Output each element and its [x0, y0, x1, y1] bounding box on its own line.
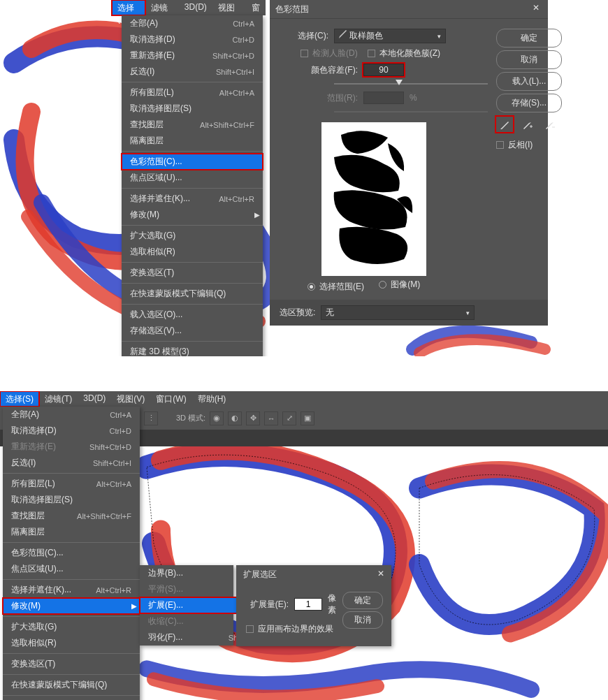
- menu-item[interactable]: 新建 3D 模型(3): [122, 344, 263, 356]
- menu-item[interactable]: 重新选择(E)Shift+Ctrl+D: [3, 439, 140, 455]
- eyedropper-icon[interactable]: [496, 117, 513, 132]
- menu-item[interactable]: 变换选区(T): [122, 265, 263, 281]
- menu-item[interactable]: 选取相似(R): [122, 244, 263, 260]
- select-label: 选择(C):: [280, 30, 328, 42]
- expand-dialog: 扩展选区 ✕ 扩展量(E): 像素 应用画布边界的效果 确定 取消: [236, 565, 391, 646]
- ok-button[interactable]: 确定: [342, 592, 383, 609]
- menu-item[interactable]: 修改(M)▶: [122, 207, 263, 223]
- menu-item[interactable]: 隔离图层: [3, 524, 140, 540]
- menu-item[interactable]: 取消选择(D)Ctrl+D: [3, 423, 140, 439]
- detect-faces-checkbox[interactable]: 检测人脸(D): [301, 48, 358, 59]
- fuzziness-slider[interactable]: [334, 79, 488, 89]
- menu-item[interactable]: 取消选择图层(S): [3, 492, 140, 508]
- amount-input[interactable]: [294, 598, 322, 611]
- ok-button[interactable]: 确定: [496, 29, 562, 48]
- menu-item[interactable]: 色彩范围(C)...: [122, 154, 263, 170]
- menu-帮助(H)[interactable]: 帮助(H): [192, 391, 232, 407]
- save-button[interactable]: 存储(S)...: [496, 94, 562, 112]
- pan-icon[interactable]: ✥: [246, 411, 260, 425]
- select-menu: 全部(A)Ctrl+A取消选择(D)Ctrl+D重新选择(E)Shift+Ctr…: [122, 15, 263, 356]
- menu-窗口(W)[interactable]: 窗口(W): [150, 391, 191, 407]
- menu-item[interactable]: 查找图层Alt+Shift+Ctrl+F: [122, 117, 263, 133]
- range-input: [363, 92, 404, 104]
- eyedropper-minus-icon[interactable]: [541, 117, 558, 132]
- selection-preview: [321, 122, 426, 276]
- preview-dropdown[interactable]: 无 ▾: [321, 305, 475, 320]
- cancel-button[interactable]: 取消: [496, 50, 562, 69]
- menu-item[interactable]: 焦点区域(U)...: [122, 170, 263, 186]
- menu-滤镜(T)[interactable]: 滤镜(T): [145, 0, 179, 15]
- menu-item[interactable]: 选择并遮住(K)...Alt+Ctrl+R: [3, 582, 140, 598]
- menu-item[interactable]: 重新选择(E)Shift+Ctrl+D: [122, 48, 263, 64]
- fuzziness-input[interactable]: [363, 64, 404, 76]
- menu-选择(S)[interactable]: 选择(S): [112, 0, 145, 15]
- menu-滤镜(T)[interactable]: 滤镜(T): [39, 391, 78, 407]
- menu-item[interactable]: 取消选择图层(S): [122, 101, 263, 117]
- preview-label: 选区预览:: [280, 307, 315, 319]
- menu-item[interactable]: 取消选择(D)Ctrl+D: [122, 31, 263, 48]
- cancel-button[interactable]: 取消: [342, 611, 383, 629]
- invert-checkbox[interactable]: 反相(I): [496, 139, 533, 151]
- orbit-icon[interactable]: ◉: [210, 411, 224, 425]
- menu-item[interactable]: 在快速蒙版模式下编辑(Q): [122, 286, 263, 302]
- apply-canvas-checkbox[interactable]: 应用画布边界的效果: [246, 623, 333, 635]
- close-icon[interactable]: ✕: [377, 569, 384, 581]
- localized-checkbox[interactable]: 本地化颜色簇(Z): [368, 48, 440, 59]
- color-range-dialog: 色彩范围 ✕ 选择(C): 取样颜色 ▾ 检测人脸(D) 本地化颜色簇(Z): [270, 0, 548, 326]
- menu-item[interactable]: 扩大选取(G): [122, 228, 263, 244]
- camera-icon[interactable]: ▣: [301, 411, 314, 425]
- menu-item[interactable]: 选取相似(R): [3, 635, 140, 651]
- distribute-icon[interactable]: ⋮: [144, 411, 158, 425]
- menu-item[interactable]: 反选(I)Shift+Ctrl+I: [3, 455, 140, 471]
- menubar: 选择(S)滤镜(T)3D(D)视图(V)窗口(W)帮助(H): [0, 391, 608, 407]
- menu-视图(V)[interactable]: 视图(V): [212, 0, 246, 15]
- slide-icon[interactable]: ↔: [264, 411, 278, 425]
- menu-item[interactable]: 反选(I)Shift+Ctrl+I: [122, 64, 263, 80]
- menu-窗[interactable]: 窗: [246, 0, 266, 15]
- menu-item[interactable]: 焦点区域(U)...: [3, 561, 140, 577]
- menu-item[interactable]: 全部(A)Ctrl+A: [3, 407, 140, 423]
- menu-选择(S)[interactable]: 选择(S): [0, 391, 39, 407]
- fuzziness-label: 颜色容差(F):: [280, 64, 358, 76]
- radio-selection[interactable]: 选择范围(E): [307, 281, 364, 293]
- menu-3D(D)[interactable]: 3D(D): [179, 0, 212, 15]
- select-menu: 全部(A)Ctrl+A取消选择(D)Ctrl+D重新选择(E)Shift+Ctr…: [3, 407, 140, 700]
- menu-item[interactable]: 查找图层Alt+Shift+Ctrl+F: [3, 508, 140, 524]
- menu-item[interactable]: 扩大选取(G): [3, 619, 140, 635]
- range-label: 范围(R):: [280, 92, 358, 104]
- select-dropdown[interactable]: 取样颜色 ▾: [334, 29, 446, 43]
- menu-item[interactable]: 色彩范围(C)...: [3, 545, 140, 561]
- dialog-title: 色彩范围: [275, 3, 309, 15]
- scale-icon[interactable]: ⤢: [282, 411, 296, 425]
- menu-item[interactable]: 在快速蒙版模式下编辑(Q): [3, 677, 140, 693]
- menu-item[interactable]: 变换选区(T): [3, 656, 140, 672]
- range-slider: [334, 107, 488, 117]
- menu-视图(V)[interactable]: 视图(V): [111, 391, 150, 407]
- amount-label: 扩展量(E):: [246, 599, 289, 611]
- menu-item[interactable]: 修改(M)▶: [3, 598, 140, 614]
- mode-label: 3D 模式:: [176, 413, 205, 423]
- eyedropper-plus-icon[interactable]: [519, 117, 535, 132]
- menu-item[interactable]: 存储选区(V)...: [122, 323, 263, 339]
- menu-item[interactable]: 隔离图层: [122, 133, 263, 149]
- menu-3D(D)[interactable]: 3D(D): [78, 391, 111, 407]
- menu-item[interactable]: 所有图层(L)Alt+Ctrl+A: [122, 85, 263, 101]
- roll-icon[interactable]: ◐: [228, 411, 242, 425]
- menu-item[interactable]: 所有图层(L)Alt+Ctrl+A: [3, 476, 140, 492]
- close-icon[interactable]: ✕: [530, 3, 542, 15]
- menubar: 选择(S)滤镜(T)3D(D)视图(V)窗: [112, 0, 266, 15]
- menu-item[interactable]: 全部(A)Ctrl+A: [122, 15, 263, 31]
- menu-item[interactable]: 选择并遮住(K)...Alt+Ctrl+R: [122, 191, 263, 207]
- radio-image[interactable]: 图像(M): [379, 279, 420, 291]
- load-button[interactable]: 载入(L)...: [496, 72, 562, 91]
- menu-item[interactable]: 载入选区(O)...: [122, 307, 263, 323]
- dialog-title: 扩展选区: [243, 569, 277, 581]
- modify-submenu: 边界(B)...平滑(S)...扩展(E)...收缩(C)...羽化(F)...…: [140, 565, 233, 646]
